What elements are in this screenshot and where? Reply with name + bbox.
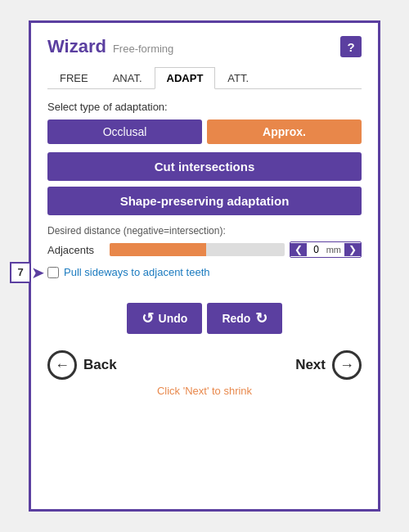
distance-label: Desired distance (negative=intersection)… <box>47 225 362 237</box>
next-circle-icon: → <box>332 350 362 380</box>
distance-row: Adjacents ❮ 0 mm ❯ <box>47 241 362 258</box>
header: Wizard Free-forming ? <box>47 36 362 57</box>
checkbox-row: Pull sideways to adjacent teeth <box>47 266 362 278</box>
next-button[interactable]: Next → <box>295 350 362 380</box>
tab-free[interactable]: FREE <box>47 67 101 88</box>
back-button[interactable]: ← Back <box>47 350 117 380</box>
undo-icon: ↺ <box>142 309 154 327</box>
hint-text: Click 'Next' to shrink <box>47 385 362 397</box>
wizard-title: Wizard <box>47 36 106 57</box>
help-button[interactable]: ? <box>340 36 362 57</box>
redo-label: Redo <box>222 312 250 325</box>
back-label: Back <box>83 357 117 373</box>
distance-increase-button[interactable]: ❯ <box>344 243 361 256</box>
undo-label: Undo <box>159 312 188 325</box>
checkbox-label: Pull sideways to adjacent teeth <box>64 266 210 278</box>
tab-att[interactable]: ATT. <box>215 67 261 88</box>
distance-decrease-button[interactable]: ❮ <box>290 243 307 256</box>
adaptation-label: Select type of adaptation: <box>47 101 362 113</box>
distance-unit: mm <box>326 243 343 256</box>
header-left: Wizard Free-forming <box>47 36 173 57</box>
distance-bar <box>110 243 285 256</box>
checkbox-section: 7 ➤ Pull sideways to adjacent teeth <box>47 266 362 278</box>
redo-button[interactable]: Redo ↻ <box>207 303 282 334</box>
distance-value: 0 <box>308 242 325 257</box>
wizard-subtitle: Free-forming <box>113 43 173 55</box>
tab-bar: FREE ANAT. ADAPT ATT. <box>47 67 362 89</box>
distance-name: Adjacents <box>47 244 105 256</box>
pull-sideways-checkbox[interactable] <box>47 267 59 278</box>
step-indicator: 7 ➤ <box>10 262 45 283</box>
undo-redo-row: ↺ Undo Redo ↻ <box>47 303 362 334</box>
step-box: 7 <box>10 262 31 283</box>
navigation-row: ← Back Next → <box>47 350 362 380</box>
undo-button[interactable]: ↺ Undo <box>127 303 203 334</box>
distance-bar-fill <box>110 243 206 256</box>
occlusal-button[interactable]: Occlusal <box>47 119 202 144</box>
next-label: Next <box>295 357 326 373</box>
adaptation-buttons: Occlusal Approx. <box>47 119 362 144</box>
back-circle-icon: ← <box>47 350 77 380</box>
tab-adapt[interactable]: ADAPT <box>155 67 216 89</box>
shape-preserving-button[interactable]: Shape-preserving adaptation <box>47 187 362 215</box>
distance-control: ❮ 0 mm ❯ <box>290 241 362 258</box>
tab-anat[interactable]: ANAT. <box>101 67 155 88</box>
wizard-panel: Wizard Free-forming ? FREE ANAT. ADAPT A… <box>29 20 380 512</box>
cut-intersections-button[interactable]: Cut intersections <box>47 152 362 181</box>
step-arrow-icon: ➤ <box>31 264 45 281</box>
approx-button[interactable]: Approx. <box>207 119 362 144</box>
redo-icon: ↻ <box>255 309 267 327</box>
